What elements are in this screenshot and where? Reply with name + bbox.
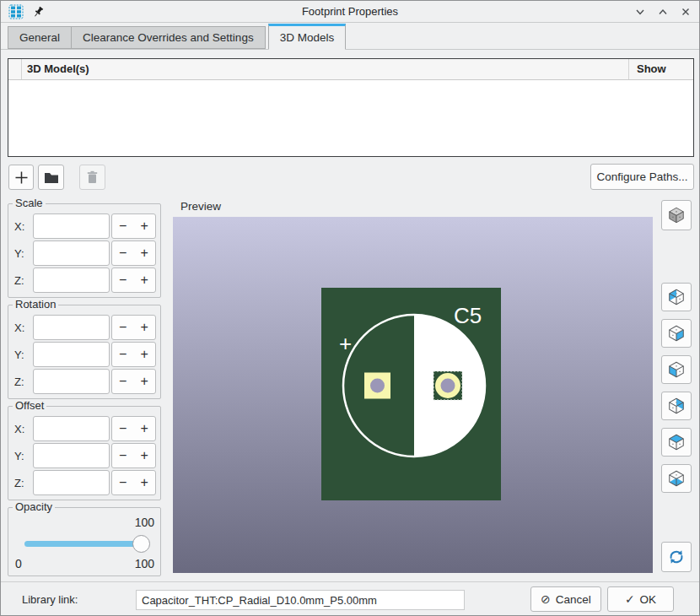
opacity-max-label: 100 bbox=[135, 557, 154, 570]
opacity-group: Opacity 100 0 100 bbox=[8, 507, 161, 576]
view-right-button[interactable] bbox=[661, 319, 692, 348]
plus-icon bbox=[14, 170, 29, 185]
trash-icon bbox=[86, 170, 99, 184]
view-left-icon bbox=[667, 360, 686, 379]
close-button[interactable] bbox=[679, 5, 692, 19]
offset-z-label: Z: bbox=[14, 477, 33, 489]
footprint-properties-dialog: Footprint Properties General Clearance O… bbox=[0, 0, 700, 616]
increment-button[interactable]: + bbox=[134, 471, 156, 494]
cancel-button[interactable]: ⊘ Cancel bbox=[530, 586, 601, 612]
view-left-button[interactable] bbox=[661, 355, 692, 384]
ok-label: OK bbox=[640, 593, 657, 606]
view-front-icon bbox=[667, 397, 686, 415]
increment-button[interactable]: + bbox=[134, 444, 156, 467]
offset-y-stepper: −+ bbox=[111, 443, 156, 468]
polarity-mark: + bbox=[339, 331, 352, 356]
table-corner-cell bbox=[8, 59, 22, 79]
slider-handle[interactable] bbox=[132, 535, 150, 553]
scale-y-input[interactable] bbox=[33, 240, 110, 266]
scale-z-input[interactable] bbox=[33, 267, 110, 293]
library-link-field[interactable] bbox=[136, 590, 465, 610]
view-bottom-button[interactable] bbox=[661, 464, 692, 493]
reload-preview-button[interactable] bbox=[661, 542, 692, 572]
offset-legend: Offset bbox=[13, 399, 46, 412]
offset-x-stepper: −+ bbox=[111, 416, 156, 441]
configure-paths-button[interactable]: Configure Paths... bbox=[590, 164, 694, 190]
offset-group: Offset X: −+ Y: −+ Z: −+ bbox=[8, 406, 161, 500]
decrement-button[interactable]: − bbox=[112, 214, 134, 238]
folder-icon bbox=[44, 171, 59, 184]
ok-button[interactable]: ✓ OK bbox=[607, 586, 674, 612]
opacity-min-label: 0 bbox=[15, 557, 22, 570]
view-right-icon bbox=[667, 324, 686, 343]
decrement-button[interactable]: − bbox=[112, 268, 134, 292]
increment-button[interactable]: + bbox=[134, 370, 156, 393]
view-top-button[interactable] bbox=[661, 428, 692, 457]
orthographic-projection-button[interactable] bbox=[661, 200, 692, 230]
offset-z-input[interactable] bbox=[33, 470, 110, 495]
increment-button[interactable]: + bbox=[134, 417, 156, 440]
add-model-button[interactable] bbox=[8, 165, 34, 190]
scale-group: Scale X: −+ Y: −+ Z: −+ bbox=[8, 203, 161, 298]
pad-2-drill bbox=[441, 379, 455, 393]
rotation-z-label: Z: bbox=[14, 376, 33, 388]
close-icon bbox=[680, 6, 692, 18]
decrement-button[interactable]: − bbox=[112, 241, 134, 265]
scale-y-label: Y: bbox=[14, 247, 33, 260]
delete-model-button[interactable] bbox=[79, 165, 105, 190]
preview-3d-viewport[interactable]: C5 + bbox=[173, 217, 653, 573]
decrement-button[interactable]: − bbox=[112, 471, 134, 494]
scale-x-label: X: bbox=[14, 220, 33, 233]
offset-y-label: Y: bbox=[14, 450, 33, 462]
browse-model-button[interactable] bbox=[38, 165, 64, 190]
column-header-models: 3D Model(s) bbox=[22, 59, 629, 79]
footprint-render: C5 + bbox=[321, 288, 501, 500]
increment-button[interactable]: + bbox=[134, 241, 156, 265]
offset-x-input[interactable] bbox=[33, 416, 110, 441]
view-top-icon bbox=[667, 433, 686, 451]
rotation-y-input[interactable] bbox=[33, 342, 110, 367]
refresh-icon bbox=[667, 548, 686, 566]
tab-3d-models[interactable]: 3D Models bbox=[268, 24, 347, 50]
increment-button[interactable]: + bbox=[134, 268, 156, 292]
rotation-x-input[interactable] bbox=[33, 315, 110, 340]
opacity-slider[interactable] bbox=[24, 535, 147, 553]
window-title: Footprint Properties bbox=[1, 1, 699, 23]
minimize-button[interactable] bbox=[633, 5, 647, 19]
decrement-button[interactable]: − bbox=[112, 343, 134, 366]
tab-bar: General Clearance Overrides and Settings… bbox=[1, 23, 699, 50]
increment-button[interactable]: + bbox=[134, 214, 156, 238]
models-table-body[interactable] bbox=[8, 80, 693, 156]
tab-general[interactable]: General bbox=[8, 26, 72, 49]
rotation-z-stepper: −+ bbox=[111, 369, 156, 394]
scale-x-stepper: −+ bbox=[111, 213, 156, 239]
column-header-show: Show bbox=[629, 59, 693, 79]
maximize-button[interactable] bbox=[656, 5, 670, 19]
increment-button[interactable]: + bbox=[134, 316, 156, 339]
slider-track[interactable] bbox=[24, 541, 145, 547]
titlebar: Footprint Properties bbox=[1, 1, 699, 23]
rotation-z-input[interactable] bbox=[33, 369, 110, 394]
models-table: 3D Model(s) Show bbox=[8, 58, 694, 157]
view-front-button[interactable] bbox=[661, 392, 692, 420]
chevron-down-icon bbox=[634, 6, 646, 18]
decrement-button[interactable]: − bbox=[112, 370, 134, 393]
rotation-x-label: X: bbox=[14, 322, 33, 334]
decrement-button[interactable]: − bbox=[112, 444, 134, 467]
scale-x-input[interactable] bbox=[33, 213, 110, 239]
view-back-icon bbox=[667, 288, 686, 306]
decrement-button[interactable]: − bbox=[112, 316, 134, 339]
increment-button[interactable]: + bbox=[134, 343, 156, 366]
view-back-button[interactable] bbox=[661, 283, 692, 311]
decrement-button[interactable]: − bbox=[112, 417, 134, 440]
chevron-up-icon bbox=[657, 6, 669, 18]
footer-divider bbox=[1, 581, 699, 582]
models-table-header: 3D Model(s) Show bbox=[8, 59, 693, 80]
scale-y-stepper: −+ bbox=[111, 240, 156, 266]
orthographic-cube-icon bbox=[667, 206, 686, 224]
tab-clearance-overrides[interactable]: Clearance Overrides and Settings bbox=[71, 26, 266, 49]
ok-icon: ✓ bbox=[625, 592, 635, 606]
offset-y-input[interactable] bbox=[33, 443, 110, 468]
reference-designator: C5 bbox=[454, 303, 482, 328]
rotation-group: Rotation X: −+ Y: −+ Z: −+ bbox=[8, 305, 161, 399]
